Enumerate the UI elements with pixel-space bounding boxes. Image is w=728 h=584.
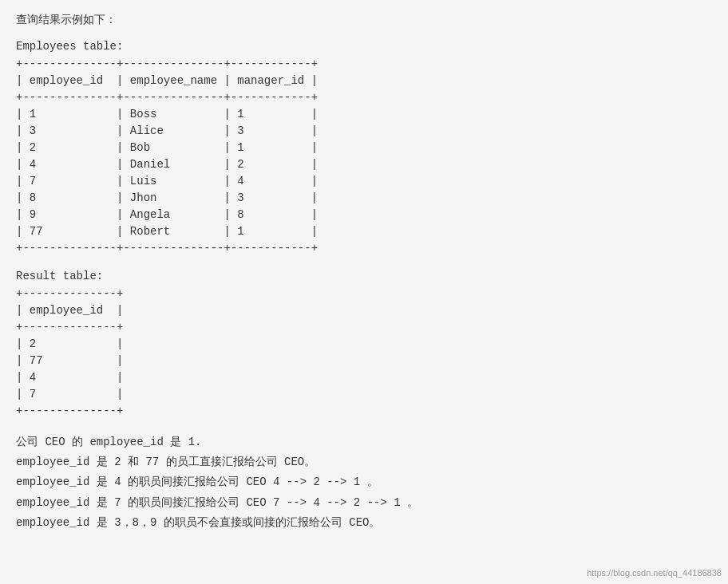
employees-table-content: +--------------+---------------+--------… bbox=[16, 56, 712, 257]
result-section: Result table: +--------------+ | employe… bbox=[16, 270, 712, 420]
explanation-line5: employee_id 是 3，8，9 的职员不会直接或间接的汇报给公司 CEO… bbox=[16, 513, 712, 533]
employees-section: Employees table: +--------------+-------… bbox=[16, 40, 712, 257]
result-table-label: Result table: bbox=[16, 270, 712, 282]
watermark: https://blog.csdn.net/qq_44186838 bbox=[587, 568, 722, 578]
explanation-line2: employee_id 是 2 和 77 的员工直接汇报给公司 CEO。 bbox=[16, 452, 712, 472]
intro-text: 查询结果示例如下： bbox=[16, 13, 712, 27]
explanation-block: 公司 CEO 的 employee_id 是 1. employee_id 是 … bbox=[16, 432, 712, 533]
explanation-line3: employee_id 是 4 的职员间接汇报给公司 CEO 4 --> 2 -… bbox=[16, 472, 712, 492]
result-table-content: +--------------+ | employee_id | +------… bbox=[16, 286, 712, 420]
explanation-line4: employee_id 是 7 的职员间接汇报给公司 CEO 7 --> 4 -… bbox=[16, 493, 712, 513]
explanation-line1: 公司 CEO 的 employee_id 是 1. bbox=[16, 432, 712, 452]
employees-table-label: Employees table: bbox=[16, 40, 712, 53]
